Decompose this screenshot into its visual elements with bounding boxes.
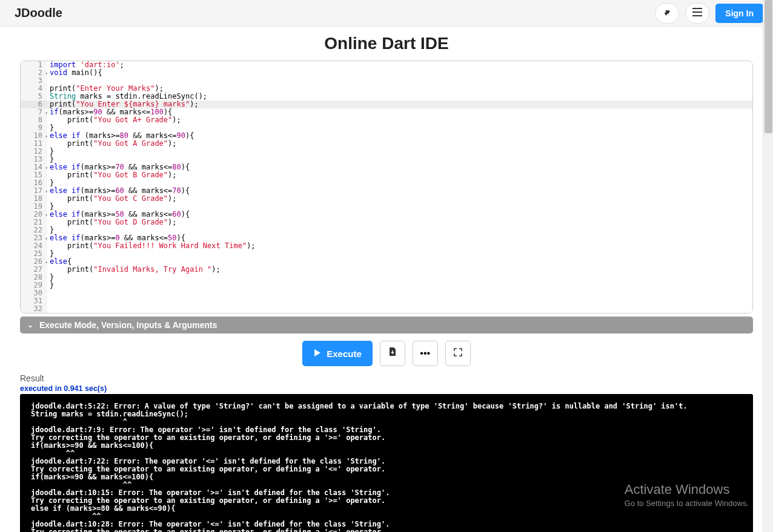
code-line[interactable]: print("You Got C Grade");: [47, 195, 752, 203]
line-number: 6: [21, 100, 47, 108]
signin-button[interactable]: Sign In: [715, 4, 763, 23]
download-icon: [388, 347, 397, 360]
code-line[interactable]: print("You Got A Grade");: [47, 140, 752, 148]
line-number: 4: [21, 85, 47, 93]
play-icon: [313, 349, 322, 359]
fullscreen-button[interactable]: [445, 341, 471, 366]
code-line[interactable]: }: [47, 250, 752, 258]
code-area[interactable]: import 'dart:io';void main(){print("Ente…: [47, 61, 752, 313]
control-bar: Execute •••: [0, 333, 773, 373]
menu-button[interactable]: [685, 3, 709, 24]
top-header: JDoodle Sign In: [0, 0, 773, 27]
code-line[interactable]: print("You Got D Grade");: [47, 218, 752, 226]
execute-options-panel[interactable]: ⌄ Execute Mode, Version, Inputs & Argume…: [20, 317, 753, 333]
code-line[interactable]: print("Invalid Marks, Try Again ");: [47, 266, 752, 274]
line-number: 32: [21, 305, 47, 313]
code-line[interactable]: }: [47, 274, 752, 281]
line-number: 3: [21, 77, 47, 85]
scroll-thumb[interactable]: [765, 0, 772, 133]
line-number: 7▾: [21, 108, 47, 116]
more-button[interactable]: •••: [413, 341, 438, 366]
code-line[interactable]: print("You Got B Grade");: [47, 171, 752, 179]
output-console[interactable]: jdoodle.dart:5:22: Error: A value of typ…: [20, 394, 753, 532]
execution-time: executed in 0.941 sec(s): [20, 384, 753, 393]
line-number: 5: [21, 93, 47, 100]
result-label: Result: [20, 373, 753, 383]
code-line[interactable]: }: [47, 148, 752, 156]
execute-button[interactable]: Execute: [302, 341, 373, 366]
svg-rect-8: [692, 15, 702, 16]
line-number: 2▾: [21, 69, 47, 77]
code-line[interactable]: print("You Failed!!! Work Hard Next Time…: [47, 242, 752, 250]
code-line[interactable]: [47, 289, 752, 297]
logo[interactable]: JDoodle: [10, 6, 62, 20]
exec-panel-label: Execute Mode, Version, Inputs & Argument…: [39, 320, 217, 330]
code-line[interactable]: }: [47, 281, 752, 289]
svg-rect-6: [692, 8, 702, 9]
code-line[interactable]: import 'dart:io';: [47, 61, 752, 69]
code-editor[interactable]: 12▾34567▾8910▾11121314▾151617▾181920▾212…: [20, 61, 753, 314]
execute-label: Execute: [327, 349, 362, 359]
download-button[interactable]: [380, 341, 405, 366]
code-line[interactable]: [47, 305, 752, 313]
line-number: 8: [21, 116, 47, 124]
page-title: Online Dart IDE: [0, 27, 773, 61]
brand-text: JDoodle: [15, 6, 62, 20]
page-scrollbar[interactable]: [763, 0, 773, 532]
hamburger-icon: [692, 8, 702, 18]
share-button[interactable]: [655, 3, 679, 24]
line-number: 1: [21, 61, 47, 69]
dots-icon: •••: [420, 348, 430, 359]
code-line[interactable]: print("You Got A+ Grade");: [47, 116, 752, 124]
line-gutter: 12▾34567▾8910▾11121314▾151617▾181920▾212…: [21, 61, 47, 313]
code-line[interactable]: void main(){: [47, 69, 752, 77]
result-section: Result executed in 0.941 sec(s) jdoodle.…: [20, 373, 753, 532]
code-line[interactable]: [47, 297, 752, 305]
chevron-down-icon: ⌄: [27, 321, 33, 329]
fullscreen-icon: [454, 348, 462, 359]
share-icon: [662, 7, 672, 19]
svg-rect-7: [692, 11, 702, 13]
